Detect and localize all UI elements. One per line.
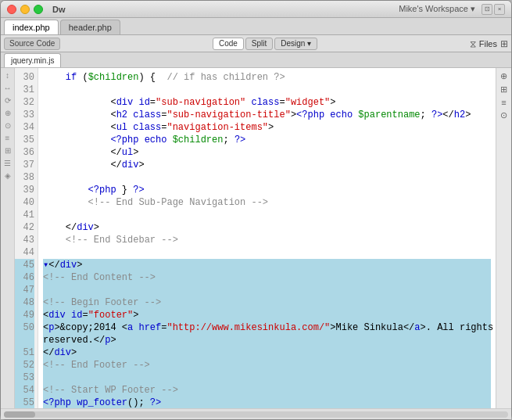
right-icon-4[interactable]: ⊙ xyxy=(500,110,507,120)
editor-container: ↕ ↔ ⟳ ⊕ ⊙ ≡ ⊞ ☰ ◈ 3031323334353637383940… xyxy=(1,68,511,408)
gutter-icon-3[interactable]: ⟳ xyxy=(2,95,13,106)
line-numbers: 3031323334353637383940414243444546474849… xyxy=(15,68,38,408)
files-label[interactable]: Files xyxy=(479,39,497,48)
tab-header-php[interactable]: header.php xyxy=(60,20,120,34)
filter-icon[interactable]: ⧖ xyxy=(470,38,476,49)
view-tab-design[interactable]: Design ▾ xyxy=(274,38,317,50)
right-icon-1[interactable]: ⊕ xyxy=(500,71,507,81)
jquery-tab-bar: jquery.min.js xyxy=(1,52,511,68)
right-panel: ⊕ ⊞ ≡ ⊙ xyxy=(496,68,511,408)
gutter-icon-4[interactable]: ⊕ xyxy=(2,107,13,118)
panel-toggle-icon[interactable]: ⊞ xyxy=(500,38,508,49)
view-tabs: Code Split Design ▾ xyxy=(213,38,317,50)
window-restore-button[interactable]: ⊡ xyxy=(482,4,492,15)
right-icon-3[interactable]: ≡ xyxy=(501,98,506,107)
maximize-button[interactable] xyxy=(34,5,43,14)
source-toolbar: Source Code Code Split Design ▾ ⧖ Files … xyxy=(1,35,511,52)
code-content[interactable]: if ($children) { // if has children ?> <… xyxy=(38,68,496,408)
titlebar: Dw Mike's Workspace ▾ ⊡ × xyxy=(1,1,511,18)
app-window: Dw Mike's Workspace ▾ ⊡ × index.php head… xyxy=(0,0,512,420)
gutter-icon-5[interactable]: ⊙ xyxy=(2,120,13,131)
workspace-label[interactable]: Mike's Workspace ▾ xyxy=(399,4,475,14)
view-tab-code[interactable]: Code xyxy=(213,38,244,50)
tab-bar: index.php header.php xyxy=(1,18,511,35)
gutter-icon-7[interactable]: ⊞ xyxy=(2,145,13,156)
view-tab-split[interactable]: Split xyxy=(245,38,273,50)
toolbar-right: ⧖ Files ⊞ xyxy=(470,38,508,49)
scrollbar-track[interactable] xyxy=(4,411,508,418)
gutter-icon-8[interactable]: ☰ xyxy=(2,157,13,168)
right-icon-2[interactable]: ⊞ xyxy=(500,84,507,95)
code-area[interactable]: 3031323334353637383940414243444546474849… xyxy=(15,68,496,408)
tab-jquery-min-js[interactable]: jquery.min.js xyxy=(4,53,61,67)
source-code-label: Source Code xyxy=(4,38,60,50)
app-name: Dw xyxy=(52,5,66,14)
window-close-button[interactable]: × xyxy=(494,4,505,15)
minimize-button[interactable] xyxy=(20,5,30,14)
traffic-lights xyxy=(7,5,43,14)
bottom-scrollbar[interactable] xyxy=(1,408,511,419)
gutter-icon-9[interactable]: ◈ xyxy=(2,170,13,181)
tab-index-php[interactable]: index.php xyxy=(4,20,59,34)
scrollbar-thumb[interactable] xyxy=(4,411,35,418)
close-button[interactable] xyxy=(7,5,16,14)
gutter-icon-6[interactable]: ≡ xyxy=(2,132,13,143)
gutter-icon-2[interactable]: ↔ xyxy=(2,82,13,93)
left-gutter: ↕ ↔ ⟳ ⊕ ⊙ ≡ ⊞ ☰ ◈ xyxy=(1,68,15,408)
gutter-icon-1[interactable]: ↕ xyxy=(2,70,13,81)
